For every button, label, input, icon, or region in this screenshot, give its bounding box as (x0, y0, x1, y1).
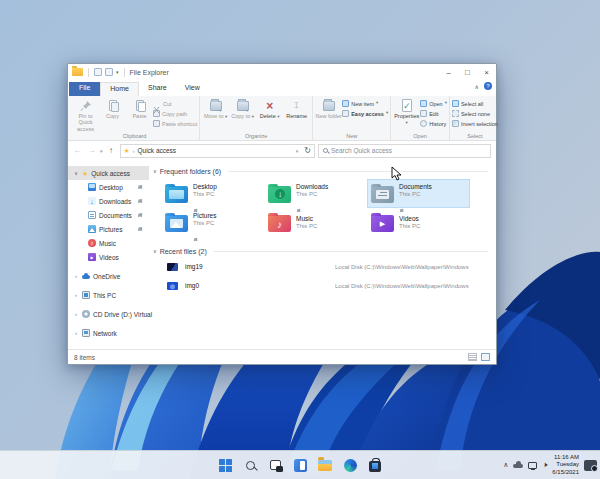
group-organize: → Move to ▾ → Copy to ▾ × Delete ▾ ⌶ Ren… (199, 96, 312, 140)
expand-icon[interactable]: › (73, 273, 79, 279)
network-tray-icon[interactable] (528, 462, 537, 469)
folder-tile-videos[interactable]: ▶ Videos This PC (367, 208, 470, 237)
edit-button[interactable]: Edit (420, 109, 447, 118)
folder-tile-downloads[interactable]: ↓ Downloads This PC (264, 179, 367, 208)
collapse-icon[interactable]: ∨ (73, 170, 79, 176)
item-count: 8 items (74, 354, 95, 361)
expand-icon[interactable]: › (73, 311, 79, 317)
clock[interactable]: 11:16 AM Tuesday 6/15/2021 (552, 454, 579, 476)
documents-icon (88, 211, 96, 219)
recent-files-header[interactable]: ∨ Recent files (2) (149, 245, 496, 257)
expand-icon[interactable]: › (73, 292, 79, 298)
copy-to-button[interactable]: → Copy to ▾ (229, 97, 256, 120)
rename-button[interactable]: ⌶ Rename (283, 97, 310, 119)
folder-tile-pictures[interactable]: Pictures This PC (161, 208, 264, 237)
easy-access-button[interactable]: Easy access ▾ (342, 109, 388, 118)
folder-tile-desktop[interactable]: Desktop This PC (161, 179, 264, 208)
minimize-ribbon-icon[interactable]: ∧ (475, 83, 479, 90)
search-box[interactable] (318, 144, 491, 158)
help-icon[interactable]: ? (484, 82, 492, 90)
refresh-icon[interactable]: ↻ (304, 146, 311, 155)
status-bar: 8 items (68, 349, 496, 364)
sidebar-item-quick-access[interactable]: ∨ ★ Quick access (68, 166, 149, 180)
sidebar-item-videos[interactable]: Videos (68, 250, 149, 264)
new-folder-qat-icon[interactable] (105, 68, 113, 76)
select-all-button[interactable]: Select all (452, 99, 498, 108)
tab-home[interactable]: Home (100, 82, 139, 96)
invert-selection-button[interactable]: Invert selection (452, 119, 498, 128)
back-icon[interactable]: ← (72, 146, 83, 155)
task-view-button[interactable] (267, 457, 283, 473)
sidebar-item-downloads[interactable]: Downloads (68, 194, 149, 208)
volume-tray-icon[interactable]: 🕨 (542, 460, 547, 470)
breadcrumb[interactable]: Quick access (137, 147, 176, 154)
sidebar-item-this-pc[interactable]: › This PC (68, 288, 149, 302)
sidebar-item-desktop[interactable]: Desktop (68, 180, 149, 194)
cut-button[interactable]: Cut (153, 99, 197, 108)
customize-qat-icon[interactable]: ▾ (116, 70, 119, 75)
frequent-folders-header[interactable]: ∨ Frequent folders (6) (149, 165, 496, 177)
search-button[interactable] (242, 457, 258, 473)
group-label: Organize (202, 133, 310, 140)
store-button[interactable] (367, 457, 383, 473)
maximize-button[interactable]: □ (458, 64, 477, 80)
edge-button[interactable] (342, 457, 358, 473)
recent-locations-icon[interactable]: ▾ (100, 148, 103, 154)
properties-qat-icon[interactable] (94, 68, 102, 76)
onedrive-tray-icon[interactable] (513, 462, 523, 468)
sidebar-item-pictures[interactable]: Pictures (68, 222, 149, 236)
notification-icon[interactable] (584, 460, 597, 471)
videos-icon (88, 253, 96, 261)
sidebar-item-documents[interactable]: Documents (68, 208, 149, 222)
new-item-button[interactable]: New item ▾ (342, 99, 388, 108)
sidebar-item-cd-drive[interactable]: › CD Drive (D:) Virtual (68, 307, 149, 321)
tab-share[interactable]: Share (139, 82, 176, 96)
large-icons-view-icon[interactable] (481, 353, 490, 361)
address-bar[interactable]: ★ › Quick access ▾ ↻ (120, 144, 315, 158)
sidebar-item-music[interactable]: Music (68, 236, 149, 250)
copy-button[interactable]: Copy (99, 97, 126, 119)
paste-shortcut-button[interactable]: Paste shortcut (153, 119, 197, 128)
search-input[interactable] (331, 147, 486, 154)
ribbon-tabs: File Home Share View ∧ ? (68, 80, 496, 96)
group-open: ✓ Properties ▾ Open ▾ Edit (390, 96, 449, 140)
close-button[interactable]: × (477, 64, 496, 80)
start-button[interactable] (217, 457, 233, 473)
paste-button[interactable]: Paste (126, 97, 153, 119)
move-to-button[interactable]: → Move to ▾ (202, 97, 229, 120)
new-folder-button[interactable]: New folder (315, 97, 342, 119)
new-item-icon (342, 100, 349, 107)
recent-file-row[interactable]: img0 Local Disk (C:)\Windows\Web\Wallpap… (149, 276, 496, 295)
expand-icon[interactable]: › (73, 330, 79, 336)
forward-icon[interactable]: → (86, 146, 97, 155)
sidebar-item-network[interactable]: › Network (68, 326, 149, 340)
up-icon[interactable]: ↑ (106, 146, 117, 155)
minimize-button[interactable]: – (439, 64, 458, 80)
music-icon (88, 239, 96, 247)
details-view-icon[interactable] (468, 353, 477, 361)
tab-file[interactable]: File (69, 82, 100, 96)
folder-tile-music[interactable]: ♪ Music This PC (264, 208, 367, 237)
widgets-button[interactable] (292, 457, 308, 473)
file-explorer-button[interactable] (317, 457, 333, 473)
pin-to-quick-access-button[interactable]: Pin to Quick access (72, 97, 99, 132)
tab-view[interactable]: View (176, 82, 209, 96)
search-icon (246, 461, 255, 470)
sidebar-item-onedrive[interactable]: › OneDrive (68, 269, 149, 283)
pin-icon (137, 226, 143, 233)
collapse-icon[interactable]: ∨ (153, 168, 157, 174)
titlebar[interactable]: ▾ File Explorer – □ × (68, 64, 496, 80)
properties-button[interactable]: ✓ Properties ▾ (393, 97, 420, 126)
select-none-button[interactable]: Select none (452, 109, 498, 118)
collapse-icon[interactable]: ∨ (153, 248, 157, 254)
open-button[interactable]: Open ▾ (420, 99, 447, 108)
desktop: ▾ File Explorer – □ × File Home Share Vi… (0, 0, 600, 479)
history-button[interactable]: History (420, 119, 447, 128)
delete-button[interactable]: × Delete ▾ (256, 97, 283, 120)
folder-tile-documents[interactable]: Documents This PC (367, 179, 470, 208)
hidden-icons-chevron[interactable]: ∧ (503, 461, 508, 469)
rename-icon: ⌶ (290, 99, 304, 112)
address-dropdown-icon[interactable]: ▾ (296, 148, 299, 154)
recent-file-row[interactable]: img19 Local Disk (C:)\Windows\Web\Wallpa… (149, 257, 496, 276)
move-to-icon: → (209, 99, 223, 112)
